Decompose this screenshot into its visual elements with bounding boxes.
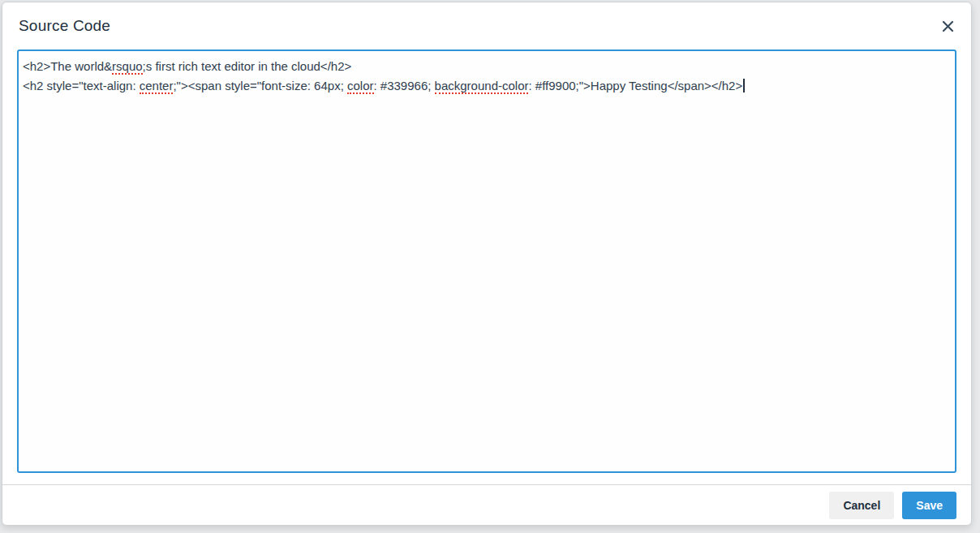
save-button[interactable]: Save [902,492,956,519]
source-code-dialog: Source Code <h2>The world&rsquo;s first … [2,2,972,526]
cancel-button[interactable]: Cancel [829,492,894,519]
code-line: <h2>The world&rsquo;s first rich text ed… [23,57,951,76]
text-caret [743,79,745,92]
code-text: <h2>The world& [23,59,112,73]
misspelled-word: background-color [435,79,529,94]
dialog-title: Source Code [19,15,110,37]
misspelled-word: color [347,79,374,94]
code-text: <h2 style="text-align: [23,79,140,92]
close-button[interactable] [938,16,958,37]
page-background: { "dialog": { "title": "Source Code" }, … [0,0,980,533]
misspelled-word: center [140,79,174,94]
close-icon [941,19,955,33]
code-text: ;"><span style="font-size: 64px; [173,79,347,92]
code-text: : #339966; [374,79,435,92]
code-text: : #ff9900;">Happy Testing</span></h2> [528,79,742,92]
dialog-header: Source Code [2,2,971,49]
misspelled-word: rsquo [112,59,143,75]
code-line: <h2 style="text-align: center;"><span st… [23,76,951,96]
code-editor[interactable]: <h2>The world&rsquo;s first rich text ed… [17,49,956,473]
dialog-footer: Cancel Save [2,484,971,525]
code-text: ;s first rich text editor in the cloud</… [143,59,352,73]
